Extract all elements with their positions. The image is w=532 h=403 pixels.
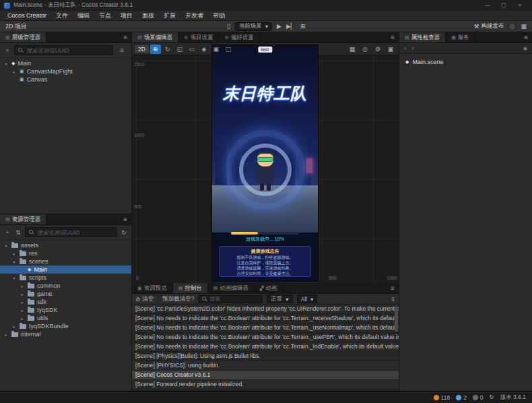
assets-menu-icon[interactable]: ≡ [119,214,131,224]
scene-tab-2[interactable]: ⚙偏好设置 [219,32,259,42]
panel-menu-icon[interactable]: ≡ [387,283,399,293]
message-badge[interactable]: 0 [473,394,484,401]
menu-item-7[interactable]: 开发者 [180,11,208,21]
console-tab-3[interactable]: ▞动画 [255,283,283,293]
user-avatar[interactable] [508,23,516,30]
log-row[interactable]: [Scene] No needs to indicate the 'cc.Boo… [132,323,399,333]
asset-node-assets[interactable]: ▾assets [0,241,131,249]
close-button[interactable]: × [512,0,528,11]
apps-grid-icon[interactable]: ▦ [521,22,527,31]
expand-arrow[interactable]: ▾ [11,259,17,264]
menu-item-8[interactable]: 帮助 [208,11,230,21]
maximize-button[interactable]: ▢ [496,0,512,11]
grid-icon[interactable]: ▦ [347,44,358,54]
refresh-assets-icon[interactable]: ↻ [120,229,128,236]
panel-menu-icon[interactable]: ≡ [387,32,399,42]
warning-badge[interactable]: 2 [456,394,467,401]
expand-arrow[interactable]: ▸ [11,251,17,256]
menu-item-3[interactable]: 节点 [94,11,116,21]
hierarchy-node-Canvas[interactable]: ▣Canvas [0,75,131,84]
menu-item-0[interactable]: Cocos Creator [3,11,51,21]
asset-node-common[interactable]: ▸common [0,282,131,290]
asset-node-tyqSDK[interactable]: ▸tyqSDK [0,306,131,314]
hierarchy-tab[interactable]: ▤ 层级管理器 [0,32,46,42]
expand-arrow[interactable]: ▸ [20,284,25,288]
clear-console-button[interactable]: ⊘ 清空 [135,295,154,303]
log-filter-dropdown[interactable]: All ▾ [297,294,318,303]
open-editor-button[interactable]: ⊞ [300,22,306,31]
sort-assets-icon[interactable]: ⇅ [14,229,22,236]
asset-node-scenes[interactable]: ▾scenes [0,257,131,266]
create-node-button[interactable]: + [3,47,11,54]
history-back-icon[interactable]: ‹ [404,44,406,53]
scene-tab-1[interactable]: ⚙项目设置 [178,32,219,42]
pivot-tool[interactable]: ▣ [211,44,222,54]
expand-arrow[interactable]: ▸ [11,69,17,74]
log-row[interactable]: [Scene] No needs to indicate the 'cc.Boo… [132,342,399,352]
pin-icon[interactable]: ◉ [523,46,527,51]
move-tool[interactable]: ⊕ [150,44,161,54]
expand-arrow[interactable]: ▾ [11,276,17,280]
menu-item-6[interactable]: 扩展 [159,11,180,21]
create-asset-button[interactable]: + [3,229,11,236]
scene-tab-0[interactable]: ▤场景编辑器 [132,32,178,42]
asset-node-internal[interactable]: ▸internal [0,330,131,338]
play-button[interactable]: ▶ [277,22,281,31]
menu-item-5[interactable]: 面板 [137,11,159,21]
export-logs-icon[interactable]: ⇩ [391,296,395,303]
inspector-scene-item[interactable]: ◆ Main.scene [399,57,532,67]
camera-icon[interactable]: ▣ [385,44,396,54]
error-badge[interactable]: 118 [434,394,451,401]
console-search-input[interactable] [209,296,259,302]
coord-tool[interactable]: ▢ [223,44,234,54]
menu-item-2[interactable]: 编辑 [73,11,94,21]
scene-viewport[interactable]: 2D ⊕↻◱▭◈▣▢ ▦◎⚙▣ test 末日特工队 [132,43,399,283]
expand-arrow[interactable]: ▾ [3,243,9,248]
inspector-tab-1[interactable]: ▦服务 [446,32,475,42]
console-tab-1[interactable]: ▤控制台 [173,283,208,293]
menu-item-4[interactable]: 项目 [116,11,137,21]
preview-device-icon[interactable]: ▯ [227,22,230,31]
history-forward-icon[interactable]: › [411,44,413,53]
log-row[interactable]: [Scene] No needs to indicate the 'cc.Boo… [132,314,399,323]
project-type-label[interactable]: 2D 项目 [5,22,27,31]
hierarchy-node-Main[interactable]: ▾◆Main [0,59,131,67]
minimize-button[interactable]: — [479,0,496,11]
assets-search-input[interactable] [37,229,114,236]
scene-select-dropdown[interactable]: 当前场景 ▾ [235,22,272,31]
asset-node-utils[interactable]: ▸utils [0,314,131,322]
expand-arrow[interactable]: ▸ [20,300,25,305]
asset-node-game[interactable]: ▸game [0,290,131,298]
console-tab-0[interactable]: ▣资源预览 [132,283,173,293]
expand-arrow[interactable]: ▸ [20,292,25,297]
panel-menu-icon[interactable]: ≡ [520,32,532,42]
expand-arrow[interactable]: ▸ [20,308,25,313]
inspector-tab-0[interactable]: ▤属性检查器 [399,32,446,42]
expand-arrow[interactable]: ▸ [3,332,9,337]
asset-node-Main[interactable]: ◆Main [0,266,131,274]
assets-tab[interactable]: ▤ 资源管理器 [0,214,46,224]
rotate-tool[interactable]: ↻ [162,44,173,54]
hierarchy-search-input[interactable] [26,47,110,54]
log-row[interactable]: [Scene] 'cc.ParticleSystem2D.color' hide… [132,305,399,314]
log-row[interactable]: [Scene] Forward render pipeline initiali… [132,380,399,390]
settings-icon[interactable]: ⚙ [372,44,383,54]
console-tab-2[interactable]: ▤动画编辑器 [208,283,255,293]
log-row[interactable]: [Scene] Cocos Creator v3.6.1 [132,371,399,380]
step-button[interactable]: ▶▏ [286,22,296,31]
console-scrollbar[interactable] [395,306,398,332]
asset-node-tyqSDKBundle[interactable]: ▸tyqSDKBundle [0,322,131,330]
log-row[interactable]: [Scene] [Physics][Bullet]: Using asm.js … [132,352,399,361]
build-publish-button[interactable]: ⚒ 构建发布 [474,22,504,30]
asset-node-sdk[interactable]: ▸sdk [0,298,131,306]
preload-clear-toggle[interactable]: 预加载清空? [162,295,194,303]
mode-2d-button[interactable]: 2D [135,45,149,53]
log-row[interactable]: [Scene] No needs to indicate the 'cc.Boo… [132,333,399,342]
scale-tool[interactable]: ◱ [174,44,185,54]
expand-arrow[interactable]: ▾ [3,61,9,66]
hierarchy-filter-icon[interactable]: ≡ [116,46,128,54]
log-level-dropdown[interactable]: 正常 ▾ [267,294,292,303]
log-row[interactable]: [Scene] [PHYSICS]: using builtin. [132,361,399,371]
expand-arrow[interactable]: ▸ [20,316,25,321]
hierarchy-menu-icon[interactable]: ≡ [119,32,131,42]
